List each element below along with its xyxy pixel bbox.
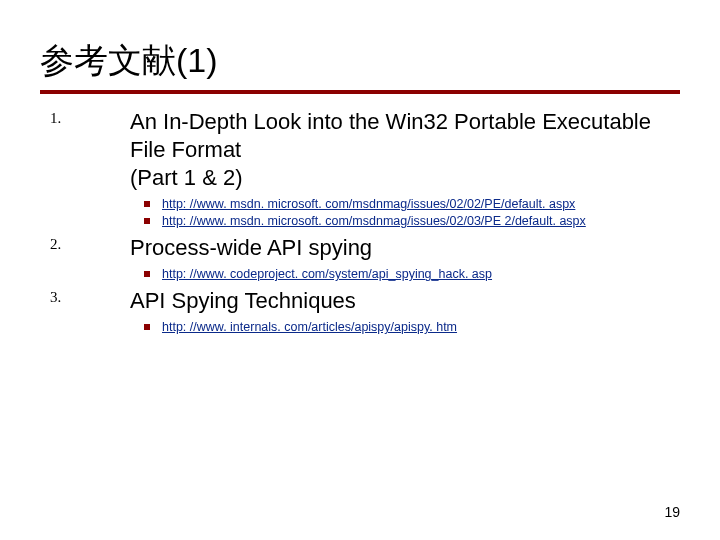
item-number: 1. [50, 110, 61, 127]
reference-link[interactable]: http: //www. codeproject. com/system/api… [162, 267, 492, 281]
item-number: 2. [50, 236, 61, 253]
item-title: API Spying Techniques [130, 287, 680, 315]
reference-item: 2. Process-wide API spying http: //www. … [40, 234, 680, 283]
square-bullet-icon [144, 201, 150, 207]
link-list: http: //www. codeproject. com/system/api… [130, 266, 680, 283]
title-rule [40, 90, 680, 94]
list-item: http: //www. msdn. microsoft. com/msdnma… [130, 196, 680, 213]
square-bullet-icon [144, 324, 150, 330]
reference-link[interactable]: http: //www. msdn. microsoft. com/msdnma… [162, 197, 575, 211]
page-number: 19 [664, 504, 680, 520]
link-list: http: //www. internals. com/articles/api… [130, 319, 680, 336]
reference-item: 1. An In-Depth Look into the Win32 Porta… [40, 108, 680, 230]
list-item: http: //www. msdn. microsoft. com/msdnma… [130, 213, 680, 230]
item-number: 3. [50, 289, 61, 306]
reference-list: 1. An In-Depth Look into the Win32 Porta… [40, 108, 680, 336]
item-title: An In-Depth Look into the Win32 Portable… [130, 108, 680, 192]
slide-title: 参考文献(1) [40, 38, 680, 84]
item-title: Process-wide API spying [130, 234, 680, 262]
square-bullet-icon [144, 271, 150, 277]
list-item: http: //www. internals. com/articles/api… [130, 319, 680, 336]
link-list: http: //www. msdn. microsoft. com/msdnma… [130, 196, 680, 230]
square-bullet-icon [144, 218, 150, 224]
reference-link[interactable]: http: //www. internals. com/articles/api… [162, 320, 457, 334]
list-item: http: //www. codeproject. com/system/api… [130, 266, 680, 283]
reference-link[interactable]: http: //www. msdn. microsoft. com/msdnma… [162, 214, 586, 228]
reference-item: 3. API Spying Techniques http: //www. in… [40, 287, 680, 336]
